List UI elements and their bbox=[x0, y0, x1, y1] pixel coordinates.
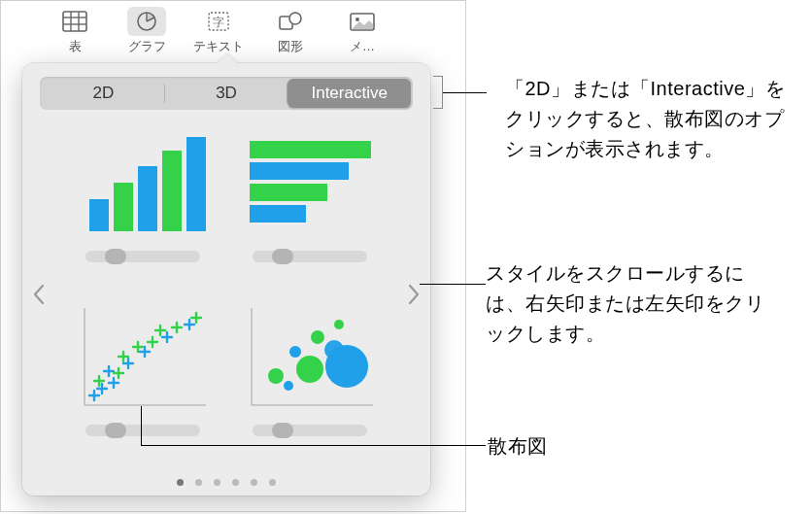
chevron-right-icon bbox=[407, 284, 421, 305]
svg-point-27 bbox=[268, 368, 284, 384]
chart-option-column[interactable] bbox=[69, 129, 217, 286]
toolbar-label: メ… bbox=[350, 38, 375, 55]
svg-text:字: 字 bbox=[213, 16, 224, 29]
shape-icon bbox=[278, 11, 303, 32]
scatter-chart-icon bbox=[75, 303, 211, 415]
callout-arrows: スタイルをスクロールするには、右矢印または左矢印をクリックします。 bbox=[486, 258, 777, 349]
svg-rect-18 bbox=[186, 137, 206, 231]
chevron-left-icon bbox=[32, 284, 46, 305]
page-dot[interactable] bbox=[195, 479, 202, 486]
page-dot[interactable] bbox=[269, 479, 276, 486]
slider-icon bbox=[253, 425, 367, 436]
callout-tabs: 「2D」または「Interactive」をクリックすると、散布図のオプションが表… bbox=[505, 74, 796, 164]
segment-2d[interactable]: 2D bbox=[42, 79, 165, 108]
toolbar: 表 グラフ 字 テキスト bbox=[1, 1, 465, 57]
text-icon: 字 bbox=[206, 11, 231, 32]
svg-rect-16 bbox=[138, 166, 157, 231]
slider-icon bbox=[253, 251, 367, 262]
slider-icon bbox=[85, 425, 200, 436]
toolbar-shape[interactable]: 図形 bbox=[263, 7, 318, 57]
svg-point-28 bbox=[289, 346, 301, 358]
page-dot[interactable] bbox=[177, 479, 184, 486]
page-dot[interactable] bbox=[214, 479, 220, 486]
svg-rect-15 bbox=[114, 183, 133, 231]
prev-style-arrow[interactable] bbox=[24, 275, 53, 314]
svg-point-34 bbox=[324, 340, 344, 360]
svg-point-29 bbox=[284, 381, 293, 391]
chart-option-bubble[interactable] bbox=[236, 303, 384, 460]
toolbar-label: グラフ bbox=[128, 38, 166, 55]
segment-3d[interactable]: 3D bbox=[165, 79, 288, 108]
media-icon bbox=[350, 11, 375, 32]
svg-point-13 bbox=[355, 17, 359, 21]
svg-rect-17 bbox=[162, 151, 182, 231]
svg-rect-22 bbox=[250, 205, 306, 223]
chart-option-bar[interactable] bbox=[236, 129, 384, 286]
svg-rect-20 bbox=[250, 162, 349, 180]
page-dot[interactable] bbox=[251, 479, 257, 486]
svg-point-30 bbox=[296, 356, 323, 383]
page-dots bbox=[22, 479, 430, 486]
toolbar-label: 表 bbox=[69, 38, 82, 55]
table-icon bbox=[62, 11, 87, 32]
toolbar-chart[interactable]: グラフ bbox=[119, 7, 174, 57]
chart-option-scatter[interactable] bbox=[69, 303, 217, 460]
bar-chart-icon bbox=[242, 129, 378, 241]
callout-scatter: 散布図 bbox=[488, 431, 548, 462]
toolbar-table[interactable]: 表 bbox=[48, 7, 102, 57]
svg-rect-19 bbox=[250, 141, 371, 158]
svg-rect-21 bbox=[250, 184, 327, 201]
callout-leader bbox=[141, 445, 486, 446]
toolbar-label: 図形 bbox=[278, 38, 303, 55]
chart-type-segmented: 2D 3D Interactive bbox=[40, 77, 413, 110]
svg-point-11 bbox=[289, 13, 301, 24]
callout-bracket bbox=[433, 76, 443, 109]
svg-rect-14 bbox=[89, 199, 109, 231]
chart-popover: 2D 3D Interactive bbox=[22, 63, 430, 496]
next-style-arrow[interactable] bbox=[399, 275, 428, 314]
chart-icon bbox=[134, 11, 159, 32]
callout-leader bbox=[420, 284, 486, 285]
toolbar-text[interactable]: 字 テキスト bbox=[191, 7, 246, 57]
svg-rect-0 bbox=[63, 12, 86, 31]
page-dot[interactable] bbox=[232, 479, 239, 486]
toolbar-media[interactable]: メ… bbox=[335, 7, 389, 57]
svg-point-32 bbox=[334, 320, 344, 329]
callout-leader bbox=[141, 406, 142, 445]
bubble-chart-icon bbox=[242, 303, 378, 415]
svg-point-31 bbox=[311, 330, 324, 344]
column-chart-icon bbox=[75, 129, 211, 241]
slider-icon bbox=[85, 251, 200, 262]
callout-leader bbox=[443, 92, 487, 93]
segment-interactive[interactable]: Interactive bbox=[288, 79, 411, 108]
